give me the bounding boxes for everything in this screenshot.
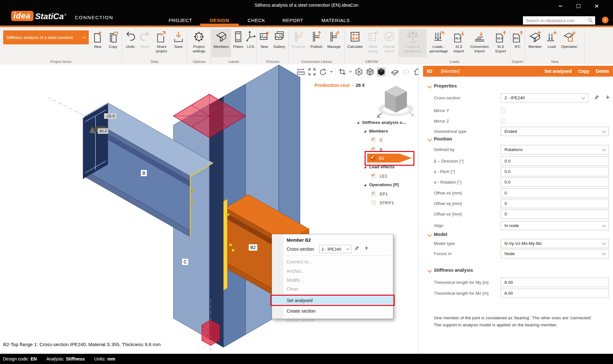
checkbox-checked-icon[interactable] [371,173,376,178]
info-icon[interactable]: i [602,17,609,23]
tree-item-ep1[interactable]: EP1 [371,191,388,196]
undo-button[interactable]: Undo [123,29,138,57]
mirror-y-checkbox[interactable] [501,108,506,113]
collapse-chevron-icon[interactable] [428,84,432,88]
transparent-view-button[interactable] [366,67,375,77]
ifc-export-button[interactable]: IFC IFC [511,29,524,57]
loads-percentage-button[interactable]: % Loads - percentage [427,29,451,57]
new-load-button[interactable]: Load [545,29,559,57]
alpha-rotation-input[interactable]: 0.0 [501,178,609,187]
tree-item-le1[interactable]: LE1 [371,173,387,178]
maximize-button[interactable] [572,2,585,10]
solid-view-button[interactable] [377,67,386,77]
save-button[interactable]: Save [171,29,186,57]
tab-check[interactable]: CHECK [245,15,268,26]
navigation-cube[interactable] [377,86,413,118]
connection-import-button[interactable]: Connection Import [467,29,492,57]
forces-in-select[interactable]: Node [501,249,609,258]
menu-item-create-section[interactable]: Create section [272,307,393,315]
members-labels-button[interactable]: Members [211,29,231,57]
add-cross-section-icon[interactable]: + [365,245,368,252]
beta-direction-input[interactable]: 0.0 [501,156,609,166]
menu-item-anchor[interactable]: Anchor... [272,267,393,275]
menu-item-clean[interactable]: Clean [272,284,393,293]
project-settings-button[interactable]: Project settings [189,29,209,57]
tab-materials[interactable]: MATERIALS [317,15,354,26]
search-icon[interactable] [587,17,594,24]
copy-member-button[interactable]: Copy [578,69,589,74]
gallery-button[interactable]: Gallery [271,29,287,57]
xls-import-button[interactable]: XLS XLS Import [451,29,467,57]
publish-button[interactable]: Publish [308,29,325,57]
mirror-view-button[interactable] [402,67,411,77]
propose-button[interactable]: Propose [289,29,308,57]
home-view-button[interactable] [413,67,418,77]
checkbox-checked-disabled-icon[interactable] [371,191,376,196]
geometrical-type-select[interactable]: Ended [501,127,609,136]
crop-tool-button[interactable] [338,67,347,77]
collapse-chevron-icon[interactable] [428,137,432,141]
add-cross-section-icon[interactable]: + [606,93,610,102]
rotate-view-button[interactable] [319,67,328,77]
menu-item-delete-section[interactable]: Delete section [272,315,393,324]
wireframe-view-button[interactable] [354,67,363,77]
chevron-down-icon[interactable] [330,71,333,73]
menu-item-connect-to[interactable]: Connect to... [272,257,393,266]
new-operation-button[interactable]: Operation [559,29,580,57]
project-item-dropdown[interactable]: Stiffness analysis of a steel connecti [3,30,89,44]
cross-section-select[interactable]: 2 - IPE240 [501,93,588,102]
expander-icon[interactable] [357,121,359,124]
new-member-button[interactable]: Member [526,29,545,57]
edit-cross-section-icon[interactable]: ✎ [594,94,599,101]
set-analysed-button[interactable]: Set analysed [544,69,572,74]
edit-cross-section-icon[interactable]: ✎ [354,245,359,252]
calculate-button[interactable]: Calculate [345,29,365,57]
checkbox-unchecked-icon[interactable] [371,200,376,205]
member-label-b2[interactable]: B2 [249,244,257,251]
search-input[interactable] [523,18,587,23]
zoom-fit-button[interactable] [307,67,316,77]
model-viewport[interactable]: Production cost - 26 € -15.0 30.0 B C B2… [0,64,418,354]
loads-in-equilibrium-button[interactable]: Loads in equilibrium [399,29,427,57]
tree-operations-header[interactable]: Operations [P] [364,182,399,187]
align-select[interactable]: In node [501,221,609,230]
section-position[interactable]: Position [434,136,452,141]
redo-button[interactable]: Redo [138,29,152,57]
gamma-pitch-input[interactable]: 0.0 [501,167,609,176]
offset-ex-input[interactable]: 0 [501,188,609,198]
section-properties[interactable]: Properties [434,83,457,88]
expander-icon[interactable] [364,130,366,133]
collapse-chevron-icon[interactable] [428,268,432,273]
section-model[interactable]: Model [434,232,447,237]
close-button[interactable] [590,2,603,10]
checkbox-checked-icon[interactable] [371,137,376,142]
chevron-down-icon[interactable] [349,71,352,73]
member-label-c[interactable]: C [182,259,188,265]
expander-icon[interactable] [364,166,366,168]
offset-ey-input[interactable]: 0 [501,199,609,208]
overall-check-button[interactable]: Overall check [381,29,397,57]
share-project-button[interactable]: Share project [152,29,171,57]
new-project-item-button[interactable]: New [90,29,105,57]
lcs-labels-button[interactable]: LCS [245,29,256,57]
tree-members-header[interactable]: Members [364,129,388,133]
theoretical-length-my-input[interactable]: 6.00 [501,278,609,287]
xls-export-button[interactable]: XLS XLS Export [492,29,509,57]
manage-button[interactable]: Manage [325,29,343,57]
plates-labels-button[interactable]: Plates [231,29,245,57]
theoretical-length-mz-input[interactable]: 6.00 [501,289,609,298]
weld-sizing-button[interactable]: Weld sizing [365,29,381,57]
minimize-button[interactable] [554,2,567,10]
tree-root[interactable]: Stiffness analysis o... [357,120,406,125]
tree-item-c[interactable]: C [371,137,383,142]
expander-icon[interactable] [364,184,366,186]
collapse-chevron-icon[interactable] [428,232,432,237]
delete-member-button[interactable]: Delete [596,69,609,74]
clip-section-button[interactable] [390,67,399,77]
section-stiffness-analysis[interactable]: Stiffness analysis [434,268,473,273]
defined-by-select[interactable]: Rotations [501,145,609,154]
copy-project-item-button[interactable]: Copy [105,29,121,57]
mirror-z-checkbox[interactable] [501,118,506,124]
new-picture-button[interactable]: New [257,29,271,57]
menu-item-modify[interactable]: Modify... [272,276,393,284]
